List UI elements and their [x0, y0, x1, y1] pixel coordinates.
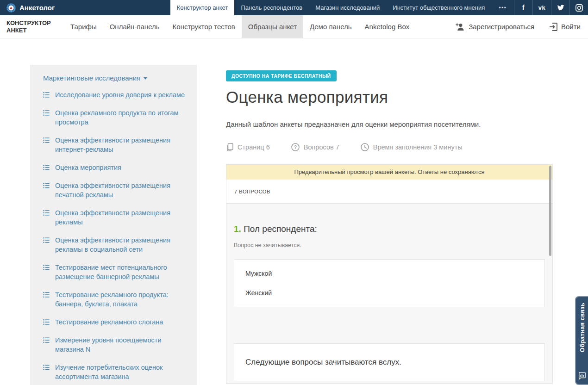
- list-icon: [43, 182, 50, 189]
- option-male[interactable]: Мужской: [245, 270, 533, 277]
- sidebar-item-trust-research[interactable]: Исследование уровня доверия к рекламе: [43, 90, 186, 99]
- sidebar-item-ad-product-testing[interactable]: Тестирование рекламного продукта: баннер…: [43, 290, 186, 309]
- survey-meta: Страниц 6 ? Вопросов 7 Время заполнения …: [226, 143, 553, 151]
- preview-body: 1. Пол респондента: Вопрос не зачитывает…: [226, 204, 552, 381]
- register-button[interactable]: Зарегистрироваться: [456, 23, 534, 31]
- sidebar-item-internet-ad-efficiency[interactable]: Оценка эффективности размещения интернет…: [43, 136, 186, 154]
- meta-questions: ? Вопросов 7: [291, 143, 339, 151]
- brand-name: Анкетолог: [19, 4, 55, 12]
- meta-time-label: Время заполнения 3 минуты: [373, 143, 463, 151]
- logo-line2: АНКЕТ: [6, 27, 58, 34]
- feedback-label: Обратная связь: [579, 303, 586, 352]
- list-icon: [43, 210, 50, 216]
- brand[interactable]: А Анкетолог: [0, 0, 55, 15]
- social-links: f vk: [514, 0, 588, 15]
- nav-link-demo-panel[interactable]: Демо панель: [303, 15, 358, 38]
- svg-text:А: А: [10, 6, 13, 10]
- meta-questions-label: Вопросов 7: [304, 143, 339, 151]
- sidebar-item-label: Оценка эффективности размещения интернет…: [55, 136, 186, 154]
- feedback-chart-bubble-icon: [578, 372, 586, 379]
- sidebar-item-label: Тестирование рекламного продукта: баннер…: [55, 290, 186, 309]
- nav-actions: Зарегистрироваться Войти: [456, 15, 588, 38]
- survey-preview-panel: Предварительный просмотр вашей анкеты. О…: [226, 164, 553, 384]
- login-label: Войти: [561, 23, 581, 31]
- clock-icon: [361, 143, 369, 151]
- nav-link-tariffs[interactable]: Тарифы: [64, 15, 103, 38]
- instagram-link[interactable]: [569, 0, 588, 15]
- sidebar-item-slogan-testing[interactable]: Тестирование рекламного слогана: [43, 317, 186, 327]
- sidebar-item-event-evaluation[interactable]: Оценка мероприятия: [43, 163, 186, 172]
- sidebar-item-label: Измерение уровня посещаемости магазина N: [55, 335, 186, 354]
- meta-time: Время заполнения 3 минуты: [361, 143, 463, 151]
- top-tab-respondent-panel[interactable]: Панель респондентов: [234, 0, 309, 15]
- feedback-tab[interactable]: Обратная связь: [575, 296, 588, 385]
- login-icon: [549, 23, 557, 31]
- nav-link-online-panel[interactable]: Онлайн-панель: [103, 15, 166, 38]
- top-tabs: Конструктор анкет Панель респондентов Ма…: [170, 0, 492, 15]
- list-icon: [43, 292, 50, 298]
- twitter-icon: [557, 5, 564, 11]
- list-icon: [43, 337, 50, 343]
- more-menu-icon[interactable]: •••: [491, 0, 514, 15]
- tariff-badge: ДОСТУПНО НА ТАРИФЕ БЕСПЛАТНЫЙ: [226, 70, 337, 81]
- pages-icon: [226, 143, 233, 151]
- question-title: 1. Пол респондента:: [234, 224, 545, 234]
- sidebar-item-label: Оценка мероприятия: [55, 163, 121, 172]
- sidebar-item-ad-efficiency[interactable]: Оценка эффективности размещения рекламы: [43, 208, 186, 227]
- question-number: 1.: [234, 224, 241, 234]
- facebook-icon: f: [522, 4, 525, 12]
- option-female[interactable]: Женский: [245, 289, 533, 297]
- sidebar-item-label: Изучение потребительских оценок ассортим…: [55, 363, 186, 381]
- top-tab-opinion-institute[interactable]: Институт общественного мнения: [386, 0, 491, 15]
- sidebar-item-label: Оценка эффективности размещения рекламы: [55, 208, 186, 227]
- question-count: 7 ВОПРОСОВ: [226, 180, 552, 204]
- question-note: Вопрос не зачитывается.: [234, 242, 545, 248]
- main-content: ДОСТУПНО НА ТАРИФЕ БЕСПЛАТНЫЙ Оценка мер…: [226, 70, 553, 384]
- instagram-icon: [575, 4, 583, 12]
- list-icon: [43, 92, 50, 98]
- vk-link[interactable]: vk: [532, 0, 551, 15]
- sidebar-item-label: Оценка рекламного продукта по итогам про…: [55, 108, 186, 127]
- list-icon: [43, 319, 50, 325]
- sidebar-item-social-ad-efficiency[interactable]: Оценка эффективности размещения рекламы …: [43, 236, 186, 254]
- sidebar-item-label: Исследование уровня доверия к рекламе: [55, 90, 185, 99]
- category-label: Маркетинговые исследования: [43, 74, 140, 82]
- sidebar-item-ad-product-review[interactable]: Оценка рекламного продукта по итогам про…: [43, 108, 186, 127]
- add-user-icon: [456, 23, 465, 31]
- list-icon: [43, 110, 50, 116]
- facebook-link[interactable]: f: [514, 0, 532, 15]
- list-icon: [43, 237, 50, 243]
- top-tab-constructor[interactable]: Конструктор анкет: [170, 0, 235, 15]
- logo-line1: КОНСТРУКТОР: [6, 19, 58, 27]
- sidebar-item-label: Тестирование рекламного слогана: [55, 317, 163, 327]
- sidebar-item-assortment-evaluation[interactable]: Изучение потребительских оценок ассортим…: [43, 363, 186, 381]
- constructor-logo[interactable]: КОНСТРУКТОР АНКЕТ: [6, 15, 58, 38]
- meta-pages-label: Страниц 6: [238, 143, 270, 151]
- anketolog-logo-icon: А: [6, 3, 16, 12]
- sidebar-item-banner-placement-testing[interactable]: Тестирование мест потенциального размеще…: [43, 263, 186, 281]
- login-button[interactable]: Войти: [549, 23, 581, 31]
- chevron-down-icon: [144, 77, 147, 80]
- top-tab-research-store[interactable]: Магазин исследований: [309, 0, 386, 15]
- topbar: А Анкетолог Конструктор анкет Панель рес…: [0, 0, 588, 15]
- nav-link-test-constructor[interactable]: Конструктор тестов: [166, 15, 242, 38]
- nav-link-survey-samples[interactable]: Образцы анкет: [242, 15, 303, 38]
- list-icon: [43, 137, 50, 143]
- statement-box: Следующие вопросы зачитываются вслух.: [234, 343, 545, 381]
- category-dropdown[interactable]: Маркетинговые исследования: [43, 74, 186, 82]
- register-label: Зарегистрироваться: [469, 23, 534, 31]
- nav-links: Тарифы Онлайн-панель Конструктор тестов …: [64, 15, 416, 38]
- nav-link-anketolog-box[interactable]: Anketolog Box: [358, 15, 416, 38]
- question-icon: ?: [291, 143, 300, 151]
- sidebar: Маркетинговые исследования Исследование …: [30, 65, 197, 385]
- sidebar-item-label: Тестирование мест потенциального размеще…: [55, 263, 186, 281]
- sidebar-item-print-ad-efficiency[interactable]: Оценка эффективности размещения печатной…: [43, 181, 186, 199]
- preview-scrollbar[interactable]: [549, 166, 551, 256]
- vk-icon: vk: [538, 4, 545, 11]
- sidebar-item-store-traffic[interactable]: Измерение уровня посещаемости магазина N: [43, 335, 186, 354]
- twitter-link[interactable]: [551, 0, 569, 15]
- meta-pages: Страниц 6: [226, 143, 270, 151]
- page-title: Оценка мероприятия: [226, 88, 553, 106]
- answer-options-box: Мужской Женский: [234, 259, 545, 307]
- preview-warning-banner: Предварительный просмотр вашей анкеты. О…: [226, 165, 552, 180]
